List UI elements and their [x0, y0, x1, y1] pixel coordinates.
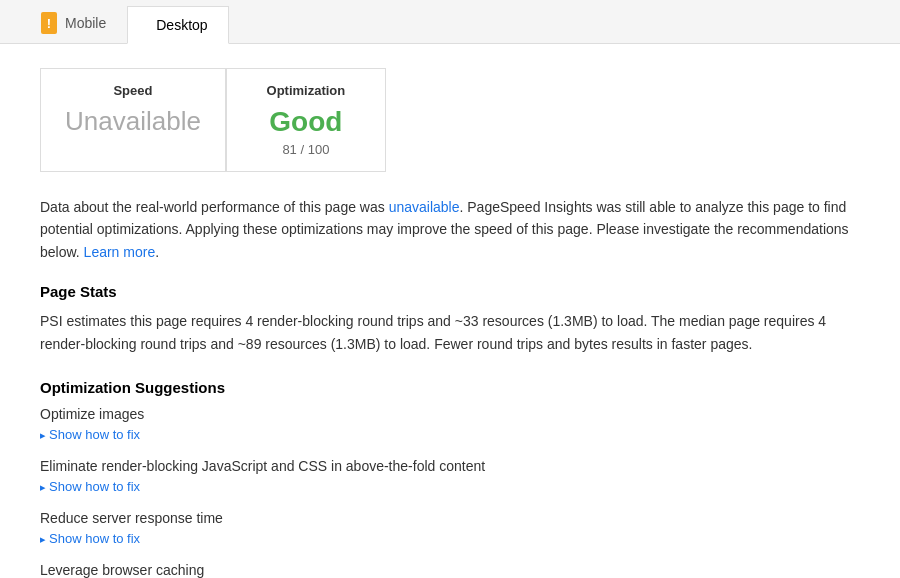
suggestion-link-0[interactable]: Show how to fix	[40, 427, 140, 442]
optimization-score-denom: / 100	[297, 142, 330, 157]
suggestion-title-0: Optimize images	[40, 406, 860, 422]
suggestion-title-2: Reduce server response time	[40, 510, 860, 526]
description-before: Data about the real-world performance of…	[40, 199, 389, 215]
optimization-card-label: Optimization	[251, 83, 361, 98]
suggestion-link-1[interactable]: Show how to fix	[40, 479, 140, 494]
speed-card-value: Unavailable	[65, 106, 201, 137]
suggestion-link-2[interactable]: Show how to fix	[40, 531, 140, 546]
tab-mobile-label: Mobile	[65, 15, 106, 31]
unavailable-link[interactable]: unavailable	[389, 199, 460, 215]
optimization-suggestions-section: Optimization Suggestions Optimize images…	[40, 379, 860, 578]
optimization-score: 81	[282, 142, 296, 157]
suggestion-title-3: Leverage browser caching	[40, 562, 860, 578]
speed-card: Speed Unavailable	[40, 68, 226, 172]
speed-card-label: Speed	[65, 83, 201, 98]
mobile-warning-icon	[41, 12, 57, 34]
suggestion-item-2: Reduce server response time Show how to …	[40, 510, 860, 546]
page-stats-title: Page Stats	[40, 283, 860, 300]
suggestions-list: Optimize images Show how to fix Eliminat…	[40, 406, 860, 578]
learn-more-link[interactable]: Learn more	[84, 244, 156, 260]
suggestion-item-1: Eliminate render-blocking JavaScript and…	[40, 458, 860, 494]
suggestion-title-1: Eliminate render-blocking JavaScript and…	[40, 458, 860, 474]
suggestion-item-3: Leverage browser caching Show how to fix	[40, 562, 860, 578]
tab-desktop-label: Desktop	[156, 17, 207, 33]
description-text: Data about the real-world performance of…	[40, 196, 860, 263]
suggestion-item-0: Optimize images Show how to fix	[40, 406, 860, 442]
tabs-bar: Mobile Desktop	[0, 0, 900, 44]
optimization-card-sub: 81 / 100	[251, 142, 361, 157]
optimization-card-value: Good	[251, 106, 361, 138]
optimization-card: Optimization Good 81 / 100	[226, 68, 386, 172]
description-after: .	[155, 244, 159, 260]
tab-desktop[interactable]: Desktop	[127, 6, 228, 44]
main-content: Speed Unavailable Optimization Good 81 /…	[0, 44, 900, 578]
page-stats-section: Page Stats PSI estimates this page requi…	[40, 283, 860, 355]
score-cards: Speed Unavailable Optimization Good 81 /…	[40, 68, 860, 172]
page-stats-text: PSI estimates this page requires 4 rende…	[40, 310, 860, 355]
optimization-suggestions-title: Optimization Suggestions	[40, 379, 860, 396]
tab-mobile[interactable]: Mobile	[20, 1, 127, 44]
